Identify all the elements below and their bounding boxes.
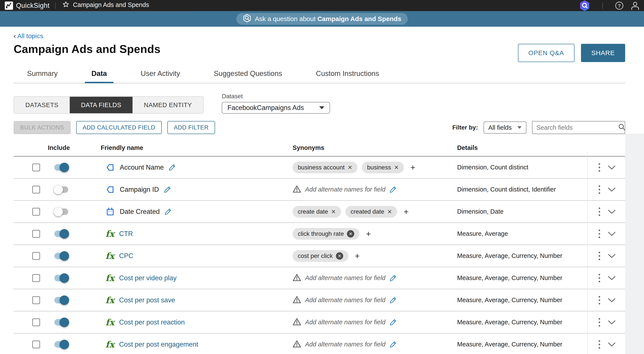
field-name: Campaign ID xyxy=(120,186,159,194)
row-checkbox[interactable] xyxy=(32,296,40,304)
chevron-down-icon[interactable] xyxy=(608,188,616,192)
tab-suggested-questions[interactable]: Suggested Questions xyxy=(207,69,289,83)
edit-synonyms-icon[interactable] xyxy=(389,274,397,282)
bulk-actions-button[interactable]: BULK ACTIONS xyxy=(14,121,70,134)
svg-text:?: ? xyxy=(618,3,620,9)
amazon-q-icon[interactable] xyxy=(578,0,591,12)
remove-synonym-icon[interactable]: ✕ xyxy=(331,209,336,215)
filter-fields-value: All fields xyxy=(488,124,512,131)
chevron-down-icon[interactable] xyxy=(608,165,616,170)
row-checkbox[interactable] xyxy=(32,252,40,260)
add-synonym-button[interactable]: + xyxy=(410,163,415,171)
edit-name-icon[interactable] xyxy=(164,186,171,193)
topic-title: Campaign Ads and Spends xyxy=(73,1,149,9)
include-toggle[interactable] xyxy=(54,319,68,325)
toggle-knob xyxy=(60,163,69,172)
kebab-menu-icon[interactable] xyxy=(598,317,600,327)
dimension-icon xyxy=(106,163,115,172)
edit-name-icon[interactable] xyxy=(168,164,176,171)
include-toggle[interactable] xyxy=(54,209,68,215)
favorite-star-icon[interactable] xyxy=(62,1,70,9)
back-to-all-topics-link[interactable]: ‹ All topics xyxy=(14,32,43,40)
header-friendly-name: Friendly name xyxy=(92,144,284,151)
include-toggle[interactable] xyxy=(54,297,68,303)
add-synonym-button[interactable]: + xyxy=(404,208,408,216)
chevron-down-icon[interactable] xyxy=(608,232,616,236)
user-profile-icon[interactable] xyxy=(630,1,640,11)
include-toggle[interactable] xyxy=(54,164,68,171)
search-icon[interactable] xyxy=(618,123,626,132)
synonym-chip: business✕ xyxy=(362,161,404,173)
kebab-menu-icon[interactable] xyxy=(598,273,600,283)
right-gutter xyxy=(625,134,644,354)
remove-synonym-icon[interactable]: ✕ xyxy=(394,165,399,170)
row-checkbox[interactable] xyxy=(32,208,40,216)
kebab-menu-icon[interactable] xyxy=(598,229,600,239)
ask-question-text: Ask a question about Campaign Ads and Sp… xyxy=(255,15,401,23)
quicksight-logo[interactable] xyxy=(5,2,13,10)
tab-user-activity[interactable]: User Activity xyxy=(134,69,187,83)
chevron-down-icon[interactable] xyxy=(608,210,616,214)
edit-synonyms-icon[interactable] xyxy=(389,319,397,326)
dimension-icon xyxy=(106,185,115,194)
edit-name-icon[interactable] xyxy=(164,208,172,215)
add-synonym-button[interactable]: + xyxy=(355,252,360,260)
chevron-down-icon[interactable] xyxy=(608,276,616,280)
tab-custom-instructions[interactable]: Custom Instructions xyxy=(310,69,386,83)
chevron-down-icon[interactable] xyxy=(608,254,616,258)
edit-synonyms-icon[interactable] xyxy=(389,296,397,304)
add-filter-button[interactable]: ADD FILTER xyxy=(168,121,215,134)
tab-data[interactable]: Data xyxy=(85,69,114,83)
field-details: Measure, Average, Currency, Number xyxy=(457,296,562,303)
toggle-knob xyxy=(54,207,63,217)
toggle-knob xyxy=(60,251,69,261)
row-checkbox[interactable] xyxy=(32,186,40,194)
add-synonym-button[interactable]: + xyxy=(366,230,371,238)
ask-question-bar: Ask a question about Campaign Ads and Sp… xyxy=(0,11,644,27)
edit-synonyms-icon[interactable] xyxy=(389,186,397,193)
subtab-data-fields[interactable]: DATA FIELDS xyxy=(70,97,133,113)
kebab-menu-icon[interactable] xyxy=(598,207,600,217)
row-checkbox[interactable] xyxy=(32,274,40,282)
toggle-knob xyxy=(54,185,63,194)
chevron-down-icon[interactable] xyxy=(608,298,616,302)
row-checkbox[interactable] xyxy=(32,230,40,238)
row-checkbox[interactable] xyxy=(32,318,40,326)
kebab-menu-icon[interactable] xyxy=(598,295,600,305)
chevron-down-icon[interactable] xyxy=(608,320,616,324)
edit-synonyms-icon[interactable] xyxy=(389,341,397,348)
synonym-chip: cost per click✕ xyxy=(292,250,348,262)
subtab-named-entity[interactable]: NAMED ENTITY xyxy=(132,97,203,113)
add-calculated-field-button[interactable]: ADD CALCULATED FIELD xyxy=(76,121,162,134)
include-toggle[interactable] xyxy=(54,231,68,237)
tab-summary[interactable]: Summary xyxy=(20,69,64,83)
subtab-datasets[interactable]: DATASETS xyxy=(14,97,70,113)
search-fields-input[interactable] xyxy=(536,124,618,131)
remove-synonym-icon[interactable]: ✕ xyxy=(348,165,352,170)
open-qa-button[interactable]: OPEN Q&A xyxy=(518,44,574,62)
row-checkbox[interactable] xyxy=(32,340,40,348)
remove-synonym-icon[interactable]: ✕ xyxy=(336,252,343,260)
include-toggle[interactable] xyxy=(54,253,68,259)
chevron-down-icon[interactable] xyxy=(608,342,616,347)
kebab-menu-icon[interactable] xyxy=(598,340,600,349)
kebab-menu-icon[interactable] xyxy=(598,185,600,194)
dataset-select[interactable]: FacebookCampaigns Ads xyxy=(222,102,330,114)
include-toggle[interactable] xyxy=(54,275,68,281)
ask-question-button[interactable]: Ask a question about Campaign Ads and Sp… xyxy=(236,13,408,25)
table-row: fx CPC cost per click✕+ Measure, Average… xyxy=(14,245,625,267)
field-name: Cost per post reaction xyxy=(119,318,185,326)
remove-synonym-icon[interactable]: ✕ xyxy=(388,209,392,215)
include-toggle[interactable] xyxy=(54,186,68,193)
include-toggle[interactable] xyxy=(54,341,68,348)
divider xyxy=(55,3,56,9)
topic-title-field[interactable]: Campaign Ads and Spends xyxy=(61,0,191,11)
kebab-menu-icon[interactable] xyxy=(598,163,600,172)
help-icon[interactable]: ? xyxy=(614,1,624,11)
warning-icon xyxy=(292,340,301,349)
row-checkbox[interactable] xyxy=(32,163,40,171)
filter-fields-select[interactable]: All fields xyxy=(484,121,526,134)
kebab-menu-icon[interactable] xyxy=(598,251,600,261)
remove-synonym-icon[interactable]: ✕ xyxy=(347,230,354,238)
share-button[interactable]: SHARE xyxy=(581,44,625,62)
